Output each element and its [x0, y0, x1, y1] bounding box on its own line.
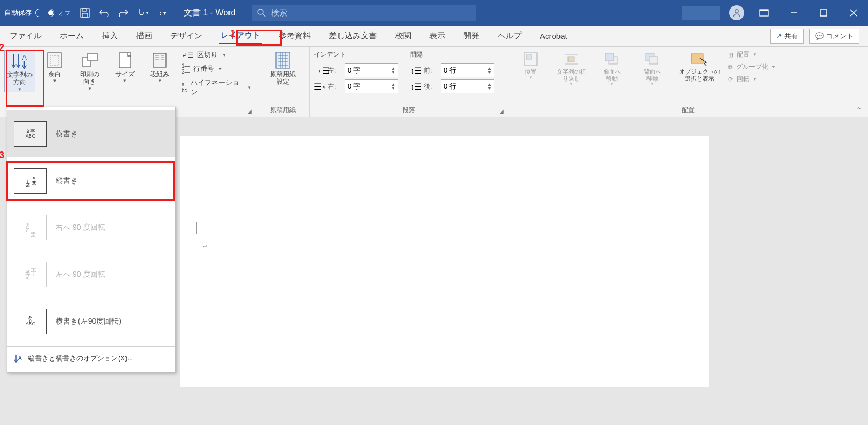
columns-button[interactable]: 段組み ▼ — [144, 50, 175, 83]
save-icon[interactable] — [79, 7, 91, 19]
redo-icon[interactable] — [117, 7, 129, 19]
tab-home[interactable]: ホーム — [59, 29, 85, 43]
title-bar: 自動保存 オフ ▾ ⋮▾ 文書 1 - Word 検索 — [0, 0, 868, 26]
svg-rect-37 — [526, 55, 532, 59]
maximize-button[interactable] — [814, 7, 834, 19]
orientation-button[interactable]: 印刷の 向き ▼ — [74, 50, 105, 91]
touch-mode-icon[interactable]: ▾ — [137, 7, 148, 19]
annotation-number-2: 2 — [0, 42, 4, 53]
group-icon: ⧉ — [728, 63, 733, 71]
wrap-text-button[interactable]: 文字列の折 り返し▼ — [553, 50, 589, 86]
collapse-ribbon-icon[interactable]: ⌃ — [856, 106, 862, 114]
manuscript-button[interactable]: 原稿用紙 設定 — [262, 50, 304, 86]
tab-review[interactable]: 校閲 — [394, 29, 412, 43]
manuscript-icon — [274, 51, 292, 69]
spacing-after-input[interactable]: 0 行▲▼ — [441, 79, 494, 93]
spinner-arrows-icon[interactable]: ▲▼ — [487, 83, 492, 90]
indent-left-input[interactable]: 0 字▲▼ — [345, 63, 398, 77]
spacing-before-icon: ↕☰ — [410, 66, 421, 76]
minimize-button[interactable] — [784, 7, 804, 19]
align-icon: ⊞ — [728, 51, 733, 59]
search-icon — [257, 9, 266, 17]
tab-acrobat[interactable]: Acrobat — [539, 29, 569, 43]
tab-developer[interactable]: 開発 — [462, 29, 480, 43]
user-icon[interactable] — [729, 5, 744, 20]
autosave-state: オフ — [59, 9, 70, 17]
align-button[interactable]: ⊞配置▼ — [728, 50, 776, 59]
tab-view[interactable]: 表示 — [428, 29, 446, 43]
group-objects-button[interactable]: ⧉グループ化▼ — [728, 62, 776, 71]
indent-heading: インデント — [314, 50, 398, 59]
spinner-arrows-icon[interactable]: ▲▼ — [391, 67, 396, 74]
search-input[interactable]: 検索 — [252, 5, 476, 21]
indent-left-icon: →☰ — [314, 66, 325, 76]
margin-corner-tr — [624, 222, 635, 234]
svg-rect-1 — [82, 9, 86, 11]
comments-button[interactable]: 💬コメント — [809, 29, 859, 44]
spacing-after-icon: ↕☰ — [410, 82, 421, 92]
hyphenation-icon: a-bc — [182, 82, 187, 93]
line-numbers-button[interactable]: 1—2—行番号▼ — [182, 63, 251, 75]
columns-icon — [151, 51, 169, 69]
annotation-box-2 — [6, 50, 44, 107]
share-button[interactable]: ↗共有 — [770, 29, 804, 44]
group-paragraph: インデント →☰ 左: 0 字▲▼ ☰← 右: 0 字▲▼ 間隔 — [310, 47, 508, 117]
text-direction-dropdown: 文字ABC 横書き 文字→文字ABC 縦書き ABC文字 右へ 90 度回転 文… — [7, 107, 176, 373]
position-button[interactable]: 位置▼ — [512, 50, 549, 80]
paragraph-mark-icon: ↵ — [203, 244, 207, 250]
close-button[interactable] — [843, 7, 864, 19]
share-icon: ↗ — [776, 32, 782, 40]
dropdown-options-button[interactable]: A 縦書きと横書きのオプション(X)... — [7, 348, 175, 369]
ribbon-display-icon[interactable] — [754, 7, 774, 19]
spinner-arrows-icon[interactable]: ▲▼ — [391, 83, 396, 90]
breaks-button[interactable]: ⤶☰区切り▼ — [182, 50, 251, 60]
annotation-number-3: 3 — [0, 150, 4, 161]
indent-right-icon: ☰← — [314, 82, 325, 92]
tab-design[interactable]: デザイン — [169, 29, 203, 43]
dropdown-item-horizontal[interactable]: 文字ABC 横書き — [7, 110, 175, 157]
tab-draw[interactable]: 描画 — [135, 29, 153, 43]
document-page[interactable]: ↵ — [180, 136, 709, 387]
hyphenation-button[interactable]: a-bcハイフネーション▼ — [182, 78, 251, 97]
page-setup-launcher[interactable]: ◢ — [246, 107, 254, 115]
group-manuscript: 原稿用紙 設定 原稿用紙 — [256, 47, 310, 117]
svg-point-5 — [735, 10, 738, 13]
position-icon — [522, 51, 540, 67]
bring-forward-button[interactable]: 前面へ 移動▼ — [594, 50, 630, 86]
rotate-icon: ⟳ — [728, 76, 733, 83]
send-backward-button[interactable]: 背面へ 移動▼ — [634, 50, 670, 86]
qat-more-icon[interactable]: ⋮▾ — [156, 7, 168, 19]
toggle-switch-icon — [35, 9, 54, 17]
account-box[interactable] — [682, 6, 720, 20]
bring-forward-icon — [603, 51, 621, 67]
tab-file[interactable]: ファイル — [9, 29, 43, 43]
indent-right-input[interactable]: 0 字▲▼ — [345, 79, 398, 93]
rotate-button[interactable]: ⟳回転▼ — [728, 75, 776, 84]
selection-pane-button[interactable]: オブジェクトの 選択と表示 — [675, 50, 724, 82]
dropdown-item-rotate-left: 文字ABC文字→ 左へ 90 度回転 — [7, 251, 175, 298]
paragraph-launcher[interactable]: ◢ — [498, 107, 506, 115]
svg-rect-39 — [568, 57, 574, 62]
annotation-box-3 — [6, 161, 175, 201]
selection-pane-icon — [690, 51, 708, 67]
text-direction-options-icon: A — [14, 354, 22, 363]
spinner-arrows-icon[interactable]: ▲▼ — [487, 67, 492, 74]
spacing-before-input[interactable]: 0 行▲▼ — [441, 63, 494, 77]
undo-icon[interactable] — [98, 7, 110, 19]
svg-rect-2 — [82, 13, 88, 17]
margin-corner-tl — [196, 222, 208, 234]
horizontal-text-icon: 文字ABC — [14, 121, 47, 147]
margins-icon — [45, 51, 64, 69]
tab-mailings[interactable]: 差し込み文書 — [328, 29, 378, 43]
quick-access-toolbar: ▾ ⋮▾ — [79, 7, 168, 19]
autosave-toggle[interactable]: 自動保存 オフ — [4, 8, 70, 18]
tab-help[interactable]: ヘルプ — [496, 29, 523, 43]
dropdown-item-horiz-rot[interactable]: ∀⊂ABC 横書き(左90度回転) — [7, 298, 175, 345]
ribbon-tabs: ファイル ホーム 挿入 描画 デザイン レイアウト 参考資料 差し込み文書 校閲… — [0, 26, 868, 47]
size-button[interactable]: サイズ ▼ — [109, 50, 140, 83]
tab-references[interactable]: 参考資料 — [278, 29, 312, 43]
chevron-down-icon: ▼ — [88, 86, 92, 91]
svg-rect-21 — [153, 53, 166, 67]
send-backward-icon — [643, 51, 661, 67]
tab-insert[interactable]: 挿入 — [101, 29, 119, 43]
